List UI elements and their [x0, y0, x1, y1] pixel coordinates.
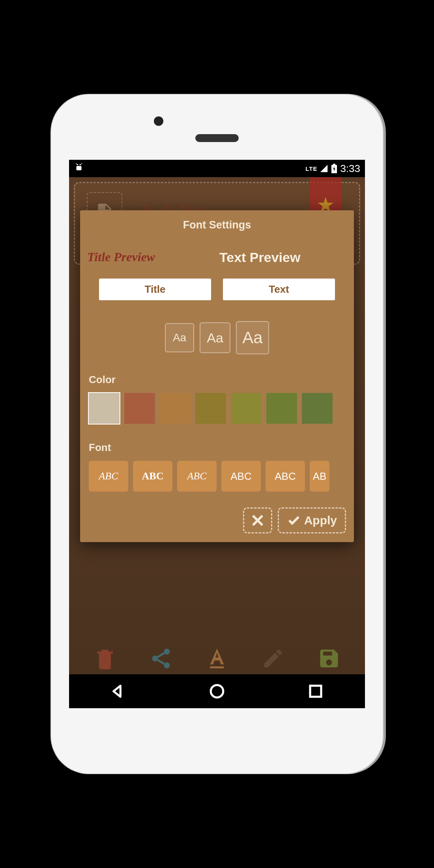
svg-point-5: [164, 662, 170, 668]
size-large-button[interactable]: Aa: [236, 321, 269, 354]
check-icon: [287, 513, 301, 528]
close-icon: [251, 513, 265, 528]
dialog-buttons: Apply: [80, 501, 354, 542]
svg-rect-0: [77, 166, 82, 170]
apply-label: Apply: [304, 514, 337, 527]
color-swatch-2[interactable]: [124, 393, 155, 424]
front-camera: [154, 116, 163, 126]
status-debug-icon: [74, 162, 84, 175]
share-icon[interactable]: [149, 647, 173, 670]
svg-point-1: [77, 164, 78, 165]
edit-icon[interactable]: [261, 647, 285, 670]
dialog-title: Font Settings: [80, 210, 354, 238]
screen: LTE 3:33 To do List ****: [69, 160, 365, 708]
color-swatch-3[interactable]: [160, 393, 191, 424]
font-option-4[interactable]: ABC: [221, 461, 261, 492]
save-icon[interactable]: [317, 647, 341, 670]
font-settings-dialog: Font Settings Title Preview Text Preview…: [80, 210, 354, 542]
preview-row: Title Preview Text Preview: [80, 239, 354, 269]
device-frame: LTE 3:33 To do List ****: [51, 95, 383, 773]
color-row: [80, 391, 354, 433]
speaker-grill: [195, 134, 239, 142]
svg-point-2: [80, 164, 81, 165]
font-option-3[interactable]: ABC: [177, 461, 217, 492]
status-bar: LTE 3:33: [69, 160, 365, 177]
svg-point-4: [152, 656, 158, 662]
apply-button[interactable]: Apply: [278, 507, 346, 533]
lte-label: LTE: [305, 165, 317, 172]
size-small-button[interactable]: Aa: [165, 323, 194, 352]
trash-icon[interactable]: [93, 647, 117, 670]
title-preview: Title Preview: [87, 250, 215, 265]
color-swatch-6[interactable]: [266, 393, 297, 424]
svg-point-6: [211, 685, 223, 698]
font-label: Font: [80, 434, 354, 459]
nav-bar: [69, 674, 365, 708]
color-swatch-7[interactable]: [302, 393, 333, 424]
size-medium-button[interactable]: Aa: [200, 322, 230, 353]
font-icon[interactable]: [205, 647, 229, 670]
svg-point-3: [164, 649, 170, 655]
text-preview: Text Preview: [215, 250, 347, 265]
color-swatch-4[interactable]: [195, 393, 226, 424]
battery-icon: [331, 164, 338, 173]
tab-row: Title Text: [80, 269, 354, 311]
signal-icon: [320, 164, 328, 173]
nav-home-icon[interactable]: [209, 683, 225, 700]
nav-recent-icon[interactable]: [307, 683, 324, 700]
color-label: Color: [80, 366, 354, 391]
app-body: To do List **** Font Settings Title Prev…: [69, 177, 365, 674]
font-option-5[interactable]: ABC: [266, 461, 305, 492]
font-option-1[interactable]: ABC: [89, 461, 128, 492]
font-option-2[interactable]: ABC: [133, 461, 172, 492]
bottom-toolbar: [69, 647, 365, 670]
color-swatch-1[interactable]: [89, 393, 120, 424]
color-swatch-5[interactable]: [231, 393, 262, 424]
svg-rect-7: [310, 686, 321, 697]
font-option-6[interactable]: AB: [310, 461, 329, 492]
size-row: Aa Aa Aa: [80, 312, 354, 365]
tab-text-button[interactable]: Text: [223, 279, 335, 300]
tab-title-button[interactable]: Title: [99, 279, 211, 300]
clock: 3:33: [340, 163, 360, 175]
nav-back-icon[interactable]: [110, 683, 127, 700]
cancel-button[interactable]: [243, 507, 272, 533]
font-row: ABC ABC ABC ABC ABC AB: [80, 459, 354, 501]
